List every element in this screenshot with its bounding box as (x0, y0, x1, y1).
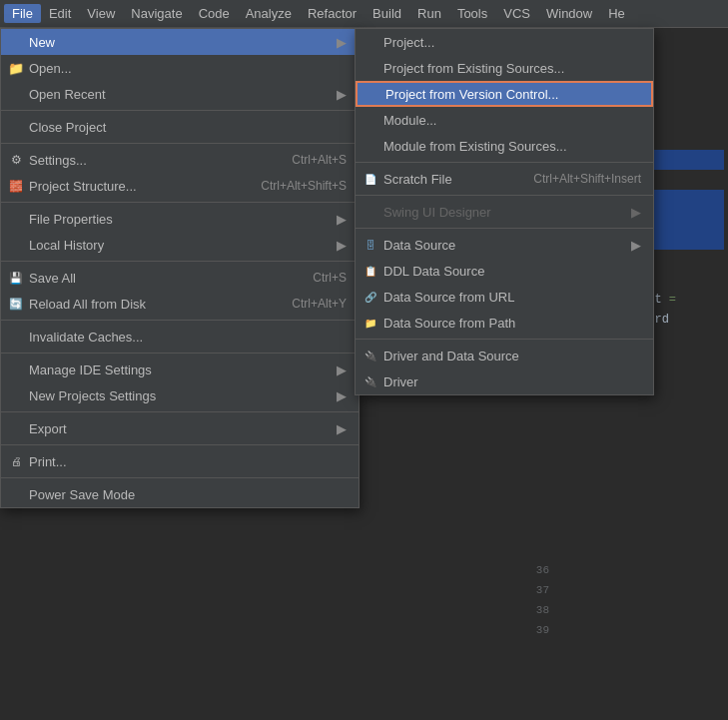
submenu-item-project-existing[interactable]: Project from Existing Sources... (356, 55, 653, 81)
submenu-item-project[interactable]: Project... (356, 29, 653, 55)
arrow-icon-export: ▶ (337, 421, 347, 436)
menu-item-invalidate[interactable]: Invalidate Caches... (1, 324, 359, 350)
menu-item-close-project[interactable]: Close Project (1, 114, 359, 140)
divider-2 (1, 143, 359, 144)
folder-icon: 📁 (7, 61, 25, 76)
save-shortcut: Ctrl+S (293, 271, 347, 285)
submenu-item-driver[interactable]: 🔌 Driver (356, 368, 653, 394)
divider-6 (1, 353, 359, 354)
file-menu-dropdown: New ▶ 📁 Open... Open Recent ▶ Close Proj… (0, 28, 360, 508)
arrow-icon-manage: ▶ (337, 362, 347, 377)
menu-item-local-history[interactable]: Local History ▶ (1, 232, 359, 258)
menu-item-power-save[interactable]: Power Save Mode (1, 481, 359, 507)
url-icon: 🔗 (362, 292, 379, 303)
divider-4 (1, 261, 359, 262)
menu-item-new-projects[interactable]: New Projects Settings ▶ (1, 382, 359, 408)
project-structure-shortcut: Ctrl+Alt+Shift+S (241, 179, 347, 193)
arrow-icon: ▶ (337, 35, 347, 50)
path-icon: 📁 (362, 318, 379, 329)
menu-view[interactable]: View (79, 4, 123, 23)
menu-tools[interactable]: Tools (449, 4, 495, 23)
scratch-icon: 📄 (362, 174, 379, 185)
submenu-divider-1 (356, 162, 653, 163)
arrow-icon-fileprops: ▶ (337, 212, 347, 227)
divider-8 (1, 444, 359, 445)
submenu-item-ddl[interactable]: 📋 DDL Data Source (356, 258, 653, 284)
submenu-item-project-vcs[interactable]: Project from Version Control... (356, 81, 653, 107)
menu-build[interactable]: Build (364, 4, 409, 23)
menu-analyze[interactable]: Analyze (238, 4, 300, 23)
settings-shortcut: Ctrl+Alt+S (272, 153, 347, 167)
menu-item-file-properties[interactable]: File Properties ▶ (1, 206, 359, 232)
submenu-item-datasource[interactable]: 🗄 Data Source ▶ (356, 232, 653, 258)
reload-icon: 🔄 (7, 298, 25, 311)
menu-item-open-recent[interactable]: Open Recent ▶ (1, 81, 359, 107)
datasource-icon: 🗄 (362, 240, 379, 251)
driver-icon: 🔌 (362, 376, 379, 387)
menu-item-manage-ide[interactable]: Manage IDE Settings ▶ (1, 357, 359, 382)
submenu-item-module-existing[interactable]: Module from Existing Sources... (356, 133, 653, 159)
arrow-icon-localhistory: ▶ (337, 238, 347, 253)
menu-item-export[interactable]: Export ▶ (1, 415, 359, 441)
driver-ds-icon: 🔌 (362, 351, 379, 361)
submenu-divider-4 (356, 339, 653, 340)
menu-item-reload[interactable]: 🔄 Reload All from Disk Ctrl+Alt+Y (1, 291, 359, 317)
menu-item-new[interactable]: New ▶ (1, 29, 359, 55)
menu-refactor[interactable]: Refactor (300, 4, 364, 23)
ddl-icon: 📋 (362, 266, 379, 277)
print-icon: 🖨 (7, 455, 25, 467)
reload-shortcut: Ctrl+Alt+Y (272, 297, 347, 311)
menu-file[interactable]: File (4, 4, 41, 23)
menu-edit[interactable]: Edit (41, 4, 79, 23)
submenu-item-swing: Swing UI Designer ▶ (356, 199, 653, 225)
menu-item-settings[interactable]: ⚙ Settings... Ctrl+Alt+S (1, 147, 359, 173)
arrow-icon-recent: ▶ (337, 87, 347, 102)
divider-1 (1, 110, 359, 111)
menubar: File Edit View Navigate Code Analyze Ref… (0, 0, 728, 28)
arrow-icon-swing: ▶ (631, 205, 641, 220)
submenu-item-datasource-url[interactable]: 🔗 Data Source from URL (356, 284, 653, 310)
divider-5 (1, 320, 359, 321)
submenu-item-module[interactable]: Module... (356, 107, 653, 133)
submenu-item-scratch[interactable]: 📄 Scratch File Ctrl+Alt+Shift+Insert (356, 166, 653, 192)
arrow-icon-newprojects: ▶ (337, 388, 347, 403)
submenu-divider-3 (356, 228, 653, 229)
save-icon: 💾 (7, 272, 25, 285)
menu-navigate[interactable]: Navigate (123, 4, 190, 23)
menu-window[interactable]: Window (538, 4, 600, 23)
submenu-divider-2 (356, 195, 653, 196)
divider-3 (1, 202, 359, 203)
scratch-shortcut: Ctrl+Alt+Shift+Insert (513, 172, 641, 186)
menu-item-save-all[interactable]: 💾 Save All Ctrl+S (1, 265, 359, 291)
gear-icon: ⚙ (7, 153, 25, 167)
project-structure-icon: 🧱 (7, 180, 25, 193)
arrow-icon-datasource: ▶ (631, 238, 641, 253)
menu-item-project-structure[interactable]: 🧱 Project Structure... Ctrl+Alt+Shift+S (1, 173, 359, 199)
divider-9 (1, 477, 359, 478)
divider-7 (1, 411, 359, 412)
submenu-item-datasource-path[interactable]: 📁 Data Source from Path (356, 310, 653, 336)
menu-vcs[interactable]: VCS (495, 4, 538, 23)
menu-help[interactable]: He (600, 4, 633, 23)
menu-item-print[interactable]: 🖨 Print... (1, 448, 359, 474)
menu-code[interactable]: Code (191, 4, 238, 23)
menu-run[interactable]: Run (409, 4, 449, 23)
new-submenu-dropdown: Project... Project from Existing Sources… (355, 28, 654, 395)
menu-item-open[interactable]: 📁 Open... (1, 55, 359, 81)
submenu-item-driver-datasource[interactable]: 🔌 Driver and Data Source (356, 343, 653, 368)
